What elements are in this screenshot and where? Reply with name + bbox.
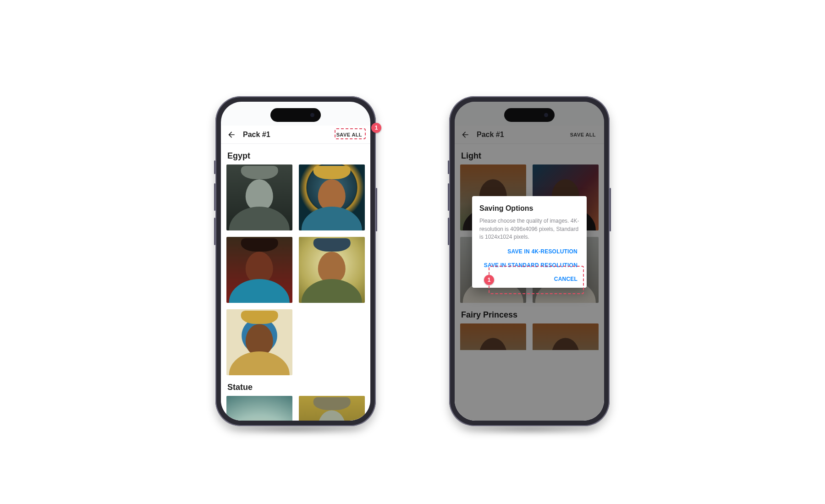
section-title-statue: Statue bbox=[227, 383, 365, 392]
screen-left: Pack #1 SAVE ALL Egypt Statue bbox=[221, 102, 370, 421]
volume-button bbox=[214, 218, 215, 245]
cancel-button[interactable]: CANCEL bbox=[552, 274, 579, 284]
power-button bbox=[610, 188, 611, 231]
phone-frame-right: Pack #1 SAVE ALL Light Fairy Princess bbox=[449, 96, 610, 426]
callout-badge: 1 bbox=[371, 123, 381, 133]
volume-button bbox=[448, 160, 449, 174]
dynamic-island bbox=[270, 108, 321, 122]
phone-frame-left: Pack #1 SAVE ALL Egypt Statue bbox=[215, 96, 376, 426]
dialog-body: Please choose the quality of images. 4K-… bbox=[479, 217, 579, 241]
dynamic-island bbox=[504, 108, 555, 122]
save-4k-button[interactable]: SAVE IN 4K-RESOLUTION bbox=[506, 247, 579, 257]
image-tile[interactable] bbox=[299, 396, 365, 421]
image-tile[interactable] bbox=[226, 396, 292, 421]
volume-button bbox=[214, 183, 215, 211]
dialog-title: Saving Options bbox=[479, 204, 579, 213]
save-all-button[interactable]: SAVE ALL bbox=[334, 130, 365, 139]
volume-button bbox=[214, 160, 215, 174]
image-tile[interactable] bbox=[299, 237, 365, 303]
back-button[interactable] bbox=[226, 130, 236, 140]
arrow-left-icon bbox=[227, 130, 236, 139]
power-button bbox=[376, 188, 377, 231]
volume-button bbox=[448, 218, 449, 245]
image-tile[interactable] bbox=[299, 164, 365, 230]
screen-right: Pack #1 SAVE ALL Light Fairy Princess bbox=[455, 102, 604, 421]
image-tile[interactable] bbox=[226, 164, 292, 230]
section-title-egypt: Egypt bbox=[227, 151, 365, 161]
image-tile[interactable] bbox=[226, 237, 292, 303]
dialog-actions: SAVE IN 4K-RESOLUTION SAVE IN STANDARD R… bbox=[479, 247, 579, 284]
content-area: Egypt Statue bbox=[221, 144, 370, 421]
egypt-grid bbox=[226, 164, 365, 375]
page-title: Pack #1 bbox=[243, 131, 334, 139]
image-tile[interactable] bbox=[226, 309, 292, 375]
saving-options-dialog: Saving Options Please choose the quality… bbox=[472, 196, 587, 288]
statue-grid bbox=[226, 396, 365, 421]
volume-button bbox=[448, 183, 449, 211]
app-bar: Pack #1 SAVE ALL bbox=[221, 126, 370, 144]
save-standard-button[interactable]: SAVE IN STANDARD RESOLUTION bbox=[482, 260, 579, 270]
